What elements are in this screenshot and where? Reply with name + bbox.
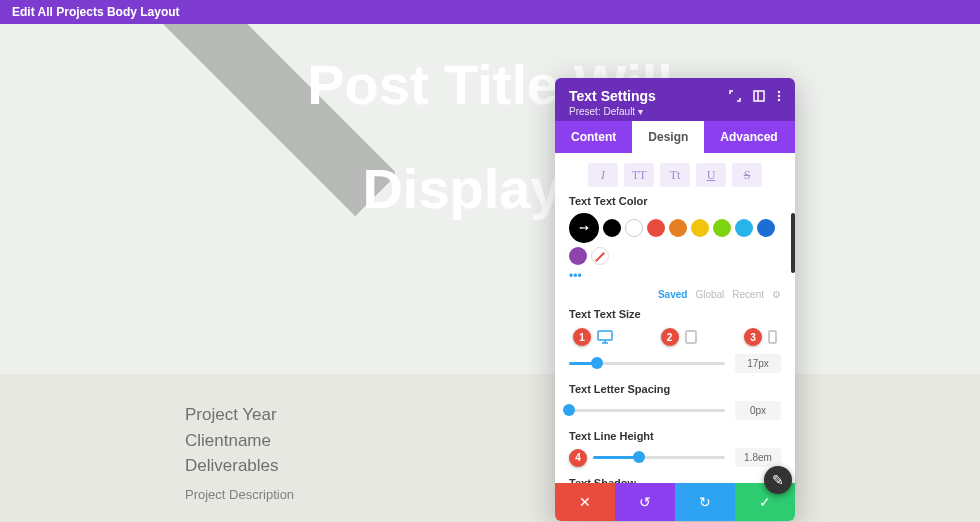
- redo-button[interactable]: ↻: [675, 483, 735, 521]
- panel-layout-icon[interactable]: [753, 90, 765, 102]
- cancel-button[interactable]: ✕: [555, 483, 615, 521]
- callout-1: 1: [573, 328, 591, 346]
- kebab-menu-icon[interactable]: [777, 90, 781, 102]
- preset-gear-icon[interactable]: ⚙: [772, 289, 781, 300]
- undo-button[interactable]: ↺: [615, 483, 675, 521]
- lineheight-slider[interactable]: [593, 456, 725, 459]
- svg-rect-8: [686, 331, 696, 343]
- global-link[interactable]: Global: [695, 289, 724, 300]
- format-uppercase[interactable]: TT: [624, 163, 654, 187]
- top-bar-title: Edit All Projects Body Layout: [12, 5, 180, 19]
- swatch-green[interactable]: [713, 219, 731, 237]
- tablet-icon[interactable]: [685, 330, 697, 344]
- panel-title: Text Settings: [569, 88, 656, 104]
- content-area: Project Year Clientname Deliverables Pro…: [0, 374, 980, 504]
- panel-header: Text Settings Preset: Default ▾: [555, 78, 795, 121]
- saved-link[interactable]: Saved: [658, 289, 687, 300]
- expand-icon[interactable]: [729, 90, 741, 102]
- desktop-icon[interactable]: [597, 330, 613, 344]
- color-label: Text Text Color: [569, 195, 781, 207]
- panel-tabs: Content Design Advanced: [555, 121, 795, 153]
- swatch-blue[interactable]: [757, 219, 775, 237]
- shadow-label: Text Shadow: [569, 477, 781, 483]
- tab-advanced[interactable]: Advanced: [704, 121, 793, 153]
- tab-design[interactable]: Design: [632, 121, 704, 153]
- size-slider-row: 17px: [569, 354, 781, 373]
- spacing-slider[interactable]: [569, 409, 725, 412]
- panel-body: I TT Tt U S Text Text Color ➚ ••• Saved …: [555, 153, 795, 483]
- format-italic[interactable]: I: [588, 163, 618, 187]
- svg-point-3: [778, 95, 780, 97]
- spacing-label: Text Letter Spacing: [569, 383, 781, 395]
- more-colors-icon[interactable]: •••: [569, 269, 781, 283]
- edit-fab-icon[interactable]: ✎: [764, 466, 792, 494]
- color-picker-button[interactable]: ➚: [569, 213, 599, 243]
- recent-link[interactable]: Recent: [732, 289, 764, 300]
- swatch-orange[interactable]: [669, 219, 687, 237]
- format-strike[interactable]: S: [732, 163, 762, 187]
- swatch-white[interactable]: [625, 219, 643, 237]
- size-value[interactable]: 17px: [735, 354, 781, 373]
- swatch-black[interactable]: [603, 219, 621, 237]
- lineheight-label: Text Line Height: [569, 430, 781, 442]
- lineheight-slider-row: 4 1.8em: [569, 448, 781, 467]
- callout-4: 4: [569, 449, 587, 467]
- svg-rect-9: [769, 331, 776, 343]
- hero: Post Title Will Display H: [0, 24, 980, 374]
- panel-actions: ✕ ↺ ↻ ✓: [555, 483, 795, 521]
- svg-point-2: [778, 91, 780, 93]
- format-underline[interactable]: U: [696, 163, 726, 187]
- swatch-cyan[interactable]: [735, 219, 753, 237]
- svg-point-4: [778, 99, 780, 101]
- color-presets-row: Saved Global Recent ⚙: [569, 289, 781, 300]
- format-capitalize[interactable]: Tt: [660, 163, 690, 187]
- swatch-red[interactable]: [647, 219, 665, 237]
- swatch-purple[interactable]: [569, 247, 587, 265]
- callout-3: 3: [744, 328, 762, 346]
- callout-2: 2: [661, 328, 679, 346]
- preset-label[interactable]: Preset: Default ▾: [569, 106, 781, 117]
- size-slider[interactable]: [569, 362, 725, 365]
- scrollbar[interactable]: [791, 213, 795, 273]
- format-row: I TT Tt U S: [569, 163, 781, 187]
- svg-rect-0: [754, 91, 764, 101]
- svg-rect-5: [598, 331, 612, 340]
- color-swatches: ➚: [569, 213, 781, 265]
- spacing-value[interactable]: 0px: [735, 401, 781, 420]
- spacing-slider-row: 0px: [569, 401, 781, 420]
- phone-icon[interactable]: [768, 330, 777, 344]
- size-label: Text Text Size: [569, 308, 781, 320]
- device-row: 1 2 3: [573, 328, 777, 346]
- tab-content[interactable]: Content: [555, 121, 632, 153]
- settings-panel: Text Settings Preset: Default ▾ Content …: [555, 78, 795, 521]
- lineheight-value[interactable]: 1.8em: [735, 448, 781, 467]
- swatch-none[interactable]: [591, 247, 609, 265]
- swatch-yellow[interactable]: [691, 219, 709, 237]
- top-bar: Edit All Projects Body Layout: [0, 0, 980, 24]
- hero-title-line2: Display H: [0, 156, 980, 221]
- hero-title-line1: Post Title Will: [0, 52, 980, 117]
